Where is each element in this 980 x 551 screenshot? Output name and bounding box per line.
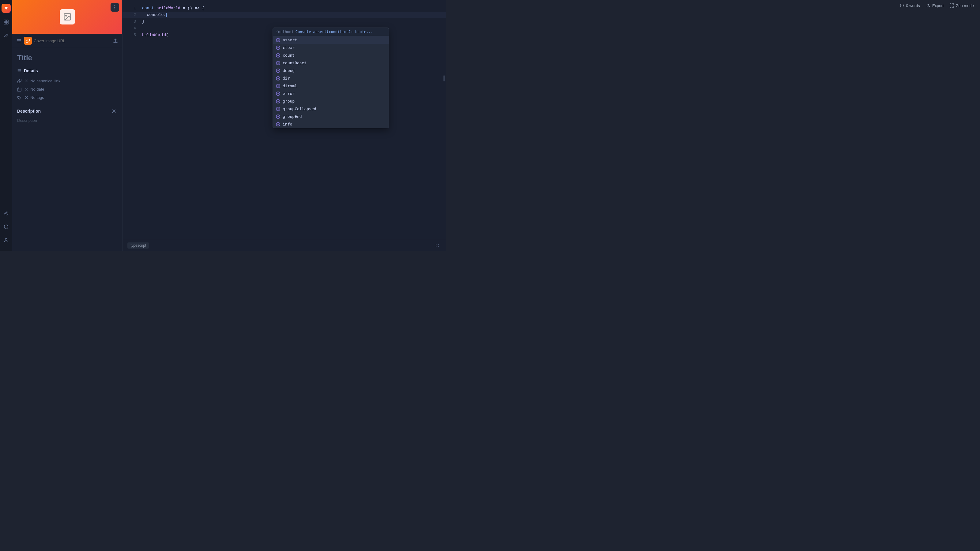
autocomplete-header-sig: Console.assert(condition?: boole... xyxy=(296,30,373,34)
line-content-1: const helloWorld = () => { xyxy=(142,5,441,12)
line-content-3: } xyxy=(142,18,441,25)
autocomplete-dropdown: (method) Console.assert(condition?: bool… xyxy=(272,27,389,128)
date-value[interactable]: No date xyxy=(24,87,45,92)
svg-point-12 xyxy=(115,7,115,8)
date-row: No date xyxy=(17,85,117,94)
svg-rect-6 xyxy=(6,22,8,24)
autocomplete-item-clear[interactable]: clear xyxy=(273,44,389,51)
logo-button[interactable] xyxy=(2,4,11,13)
settings-icon-button[interactable] xyxy=(2,209,10,218)
sidebar-content: Title Details xyxy=(12,48,122,251)
hamburger-icon[interactable] xyxy=(16,38,21,43)
language-tag[interactable]: typescript xyxy=(127,243,149,249)
main-layout: Title Details xyxy=(0,0,446,251)
autocomplete-header-method: (method) xyxy=(276,30,294,34)
description-section: Description Description xyxy=(17,108,117,124)
autocomplete-item-dir[interactable]: dir xyxy=(273,75,389,82)
autocomplete-item-error[interactable]: error xyxy=(273,90,389,97)
autocomplete-item-count[interactable]: count xyxy=(273,51,389,59)
canonical-link-row: No canonical link xyxy=(17,77,117,85)
autocomplete-dot-clear xyxy=(276,46,280,50)
line-number-1: 1 xyxy=(127,5,136,12)
scrollbar-hint xyxy=(444,75,445,81)
shield-icon-button[interactable] xyxy=(2,222,10,231)
autocomplete-header: (method) Console.assert(condition?: bool… xyxy=(273,28,389,36)
sidebar: Title Details xyxy=(12,0,123,251)
grid-icon-button[interactable] xyxy=(2,18,10,26)
autocomplete-item-debug[interactable]: debug xyxy=(273,67,389,75)
autocomplete-item-info[interactable]: info xyxy=(273,120,389,128)
svg-rect-3 xyxy=(4,20,6,22)
user-icon-button[interactable] xyxy=(2,236,10,245)
autocomplete-item-groupcollapsed[interactable]: groupCollapsed xyxy=(273,105,389,113)
upload-icon[interactable] xyxy=(113,38,118,43)
expand-button[interactable] xyxy=(434,242,441,249)
cover-image-url-input[interactable] xyxy=(34,38,111,43)
canonical-link-value[interactable]: No canonical link xyxy=(24,79,60,83)
svg-point-10 xyxy=(65,15,67,16)
autocomplete-dot-assert xyxy=(276,38,280,42)
url-input-wrapper xyxy=(24,37,111,45)
description-placeholder[interactable]: Description xyxy=(17,117,117,124)
autocomplete-dot-debug xyxy=(276,68,280,73)
autocomplete-dot-info xyxy=(276,122,280,126)
autocomplete-dot-dirxml xyxy=(276,84,280,88)
cover-image-icon xyxy=(60,9,75,24)
line-content-2: console. xyxy=(142,12,441,18)
svg-rect-5 xyxy=(4,22,6,24)
editor-area: 1 const helloWorld = () => { 2 console. … xyxy=(123,0,446,251)
icon-bar xyxy=(0,0,12,251)
cover-image xyxy=(12,0,122,34)
link-icon xyxy=(24,37,32,45)
description-close-button[interactable] xyxy=(111,108,117,114)
tags-row: No tags xyxy=(17,94,117,102)
doc-title[interactable]: Title xyxy=(17,52,117,64)
line-number-4: 4 xyxy=(127,25,136,32)
autocomplete-item-countreset[interactable]: countReset xyxy=(273,59,389,67)
svg-point-7 xyxy=(5,213,7,214)
description-header: Description xyxy=(17,108,117,114)
language-bar: typescript xyxy=(123,240,446,251)
line-number-5: 5 xyxy=(127,32,136,38)
autocomplete-dot-count xyxy=(276,53,280,57)
svg-rect-4 xyxy=(6,20,8,22)
code-line-2: 2 console. xyxy=(123,12,446,18)
autocomplete-dot-error xyxy=(276,92,280,96)
autocomplete-item-groupend[interactable]: groupEnd xyxy=(273,113,389,120)
tags-value[interactable]: No tags xyxy=(24,95,44,100)
svg-point-11 xyxy=(115,5,115,6)
autocomplete-item-group[interactable]: group xyxy=(273,97,389,105)
cover-menu-button[interactable] xyxy=(111,3,119,12)
autocomplete-dot-countreset xyxy=(276,61,280,65)
details-section-header: Details xyxy=(17,68,117,73)
autocomplete-dot-group xyxy=(276,99,280,103)
svg-rect-22 xyxy=(18,88,21,91)
line-number-2: 2 xyxy=(127,12,136,18)
autocomplete-item-assert[interactable]: assert xyxy=(273,36,389,44)
autocomplete-dot-groupend xyxy=(276,114,280,119)
code-line-3: 3 } xyxy=(123,18,446,25)
svg-point-8 xyxy=(5,238,7,240)
edit-icon-button[interactable] xyxy=(2,31,10,40)
autocomplete-dot-groupcollapsed xyxy=(276,107,280,111)
code-line-1: 1 const helloWorld = () => { xyxy=(123,5,446,12)
autocomplete-dot-dir xyxy=(276,76,280,81)
sidebar-toolbar xyxy=(12,34,122,48)
svg-point-13 xyxy=(115,9,115,10)
svg-point-28 xyxy=(18,97,19,97)
line-number-3: 3 xyxy=(127,18,136,25)
autocomplete-item-dirxml[interactable]: dirxml xyxy=(273,82,389,90)
